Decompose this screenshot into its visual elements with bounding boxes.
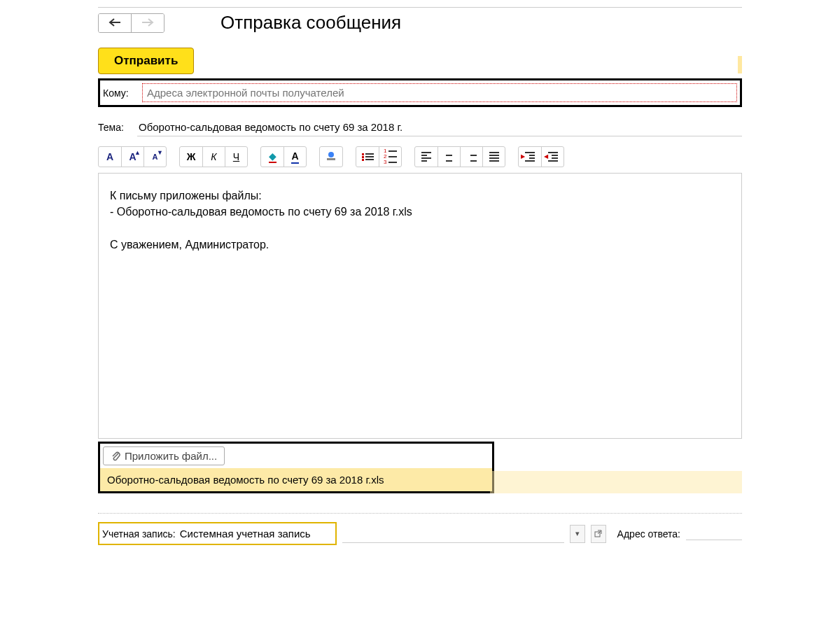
subject-label: Тема: xyxy=(98,122,130,133)
page-title: Отправка сообщения xyxy=(220,12,401,34)
underline-button[interactable]: Ч xyxy=(225,147,247,167)
font-decrease-button[interactable]: А▼ xyxy=(144,147,166,167)
account-open-button[interactable] xyxy=(591,525,606,543)
arrow-left-icon xyxy=(108,18,121,27)
svg-rect-1 xyxy=(327,158,335,160)
font-increase-button[interactable]: А▲ xyxy=(121,147,144,167)
svg-point-0 xyxy=(328,152,334,157)
account-dropdown-button[interactable]: ▾ xyxy=(570,525,585,543)
account-field-highlight: Учетная запись: xyxy=(98,522,337,545)
nav-arrows xyxy=(98,13,164,33)
paperclip-icon xyxy=(111,451,120,462)
text-color-button[interactable]: А xyxy=(284,147,306,167)
to-field-highlight: Кому: xyxy=(98,78,742,107)
attach-file-button[interactable]: Приложить файл... xyxy=(103,446,225,465)
format-toolbar: А А▲ А▼ Ж К Ч ◆ А xyxy=(98,146,742,167)
bold-button[interactable]: Ж xyxy=(180,147,202,167)
indent-increase-button[interactable]: ▶ xyxy=(519,147,541,167)
nav-forward-button[interactable] xyxy=(131,14,164,32)
align-right-button[interactable] xyxy=(460,147,482,167)
reply-address-label: Адрес ответа: xyxy=(617,528,680,540)
align-justify-button[interactable] xyxy=(482,147,505,167)
message-body[interactable]: К письму приложены файлы: - Оборотно-сал… xyxy=(110,188,730,253)
subject-input[interactable] xyxy=(137,118,742,136)
font-normal-button[interactable]: А xyxy=(99,147,121,167)
nav-back-button[interactable] xyxy=(99,14,131,32)
open-external-icon xyxy=(594,530,603,538)
to-input[interactable] xyxy=(142,83,737,102)
indent-decrease-button[interactable]: ◀ xyxy=(541,147,564,167)
link-icon xyxy=(325,151,337,162)
numbered-list-button[interactable]: 1 2 3 xyxy=(379,147,401,167)
send-button[interactable]: Отправить xyxy=(98,48,194,74)
text-highlight-button[interactable]: ◆ xyxy=(261,147,284,167)
attachment-item[interactable]: Оборотно-сальдовая ведомость по счету 69… xyxy=(100,468,492,491)
reply-address-input[interactable] xyxy=(686,528,742,540)
attach-highlight: Приложить файл... Оборотно-сальдовая вед… xyxy=(98,442,494,493)
to-label: Кому: xyxy=(103,87,135,99)
align-left-button[interactable] xyxy=(415,147,438,167)
arrow-right-icon xyxy=(141,18,154,27)
bullet-list-button[interactable] xyxy=(356,147,379,167)
italic-button[interactable]: К xyxy=(202,147,225,167)
align-center-button[interactable] xyxy=(438,147,460,167)
insert-link-button[interactable] xyxy=(320,147,342,167)
account-input[interactable] xyxy=(178,525,332,542)
account-label: Учетная запись: xyxy=(102,528,176,540)
message-body-frame: К письму приложены файлы: - Оборотно-сал… xyxy=(98,173,742,439)
